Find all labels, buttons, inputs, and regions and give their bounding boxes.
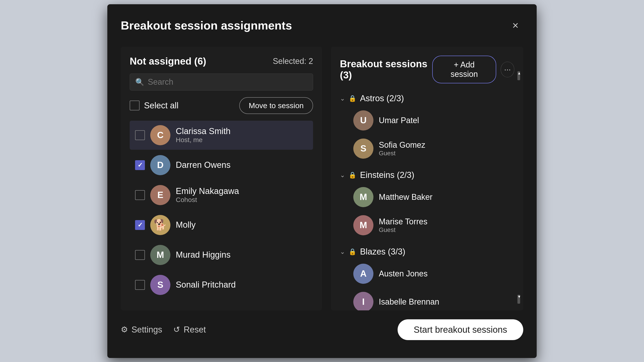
person-info: Sonali Pritchard [176, 280, 236, 290]
chevron-down-icon: ⌄ [340, 171, 345, 179]
session-header-astros[interactable]: ⌄ 🔒 Astros (2/3) [340, 90, 514, 107]
list-item[interactable]: E Emily Nakagawa Cohost [130, 181, 313, 210]
sessions-list: ⌄ 🔒 Astros (2/3) U Umar Patel [331, 90, 523, 310]
list-item[interactable]: U Umar Patel [349, 107, 514, 134]
add-session-button[interactable]: + Add session [432, 56, 496, 83]
person-name: Darren Owens [176, 160, 230, 170]
person-role: Cohost [176, 196, 239, 204]
list-item[interactable]: S Sofia Gomez Guest [349, 135, 514, 162]
person-info: Emily Nakagawa Cohost [176, 186, 239, 204]
reset-button[interactable]: ↺ Reset [173, 325, 206, 335]
search-input[interactable] [148, 77, 308, 87]
close-button[interactable]: × [508, 18, 523, 33]
person-checkbox-murad[interactable] [135, 250, 145, 260]
person-info: Matthew Baker [379, 192, 432, 202]
left-panel-header: Not assigned (6) Selected: 2 [130, 56, 313, 67]
person-name: Marise Torres [379, 217, 427, 226]
person-name: Austen Jones [379, 269, 428, 278]
select-all-left: Select all [130, 100, 178, 110]
select-all-label: Select all [144, 101, 178, 110]
modal-backdrop: Breakout session assignments × Not assig… [107, 0, 537, 362]
lock-icon: 🔒 [348, 171, 356, 179]
list-item[interactable]: M Murad Higgins [130, 240, 313, 270]
person-info: Darren Owens [176, 160, 230, 170]
person-checkbox-emily[interactable] [135, 190, 145, 200]
modal-header: Breakout session assignments × [121, 18, 523, 33]
person-name: Sonali Pritchard [176, 280, 236, 290]
person-info: Molly [176, 220, 196, 230]
footer-left: ⚙ Settings ↺ Reset [121, 325, 206, 335]
person-checkbox-darren[interactable] [135, 160, 145, 170]
person-info: Sofia Gomez Guest [379, 140, 425, 157]
person-name: Emily Nakagawa [176, 186, 239, 196]
person-info: Murad Higgins [176, 250, 230, 260]
list-item[interactable]: I Isabelle Brennan [349, 288, 514, 310]
person-checkbox-molly[interactable] [135, 220, 145, 230]
select-all-checkbox[interactable] [130, 100, 140, 110]
list-item[interactable]: S Sonali Pritchard [130, 270, 313, 300]
person-list: C Clarissa Smith Host, me D Darren Owens [130, 121, 313, 302]
list-item[interactable]: M Marise Torres Guest [349, 212, 514, 239]
person-name: Molly [176, 220, 196, 230]
avatar: M [353, 215, 374, 235]
start-breakout-sessions-button[interactable]: Start breakout sessions [398, 319, 523, 340]
person-name: Sofia Gomez [379, 140, 425, 150]
person-name: Clarissa Smith [176, 126, 230, 136]
more-options-button[interactable]: ··· [501, 62, 514, 77]
reset-label: Reset [184, 325, 206, 335]
modal-body: Not assigned (6) Selected: 2 🔍 Select al… [121, 47, 523, 310]
settings-button[interactable]: ⚙ Settings [121, 325, 162, 335]
avatar: S [353, 139, 374, 159]
not-assigned-title: Not assigned (6) [130, 56, 206, 67]
lock-icon: 🔒 [348, 248, 356, 255]
person-name: Matthew Baker [379, 192, 432, 202]
modal-footer: ⚙ Settings ↺ Reset Start breakout sessio… [121, 319, 523, 340]
session-member-list-blazes: A Austen Jones I Isabelle Brennan [340, 260, 514, 310]
session-header-einsteins[interactable]: ⌄ 🔒 Einsteins (2/3) [340, 167, 514, 183]
avatar: E [150, 185, 170, 205]
avatar: M [150, 245, 170, 265]
person-info: Umar Patel [379, 116, 419, 125]
person-info: Clarissa Smith Host, me [176, 126, 230, 144]
session-group-blazes: ⌄ 🔒 Blazes (3/3) A Austen Jones [340, 243, 514, 310]
settings-label: Settings [132, 325, 162, 335]
person-checkbox-sonali[interactable] [135, 280, 145, 290]
right-panel: Breakout sessions (3) + Add session ··· … [331, 47, 523, 310]
list-item[interactable]: C Clarissa Smith Host, me [130, 121, 313, 150]
left-panel: Not assigned (6) Selected: 2 🔍 Select al… [121, 47, 322, 310]
move-to-session-button[interactable]: Move to session [239, 97, 313, 114]
list-item[interactable]: M Matthew Baker [349, 183, 514, 211]
avatar: A [353, 264, 374, 284]
search-icon: 🔍 [135, 78, 144, 86]
person-role: Host, me [176, 136, 230, 144]
modal-title: Breakout session assignments [121, 19, 292, 32]
avatar: C [150, 125, 170, 145]
person-role: Guest [379, 150, 425, 157]
person-info: Isabelle Brennan [379, 297, 439, 307]
avatar: M [353, 187, 374, 207]
session-header-blazes[interactable]: ⌄ 🔒 Blazes (3/3) [340, 243, 514, 260]
avatar: S [150, 275, 170, 295]
session-name-astros: Astros (2/3) [360, 94, 404, 103]
select-all-row: Select all Move to session [130, 97, 313, 114]
avatar: I [353, 292, 374, 310]
lock-icon: 🔒 [348, 95, 356, 102]
person-checkbox-clarissa[interactable] [135, 130, 145, 140]
person-name: Umar Patel [379, 116, 419, 125]
session-group-einsteins: ⌄ 🔒 Einsteins (2/3) M Matthew Baker [340, 167, 514, 239]
list-item[interactable]: A Austen Jones [349, 260, 514, 287]
list-item[interactable]: D Darren Owens [130, 151, 313, 180]
scroll-down-indicator[interactable]: ▼ [518, 295, 520, 304]
right-panel-header: Breakout sessions (3) + Add session ··· [331, 47, 523, 90]
session-member-list-einsteins: M Matthew Baker M Marise Torres Guest [340, 183, 514, 239]
avatar: D [150, 155, 170, 175]
modal: Breakout session assignments × Not assig… [107, 4, 537, 358]
avatar: 🐕 [150, 215, 170, 235]
search-box: 🔍 [130, 73, 313, 90]
scroll-up-indicator[interactable]: ▲ [518, 71, 520, 80]
list-item[interactable]: 🐕 Molly [130, 211, 313, 240]
person-name: Isabelle Brennan [379, 297, 439, 307]
selected-count: Selected: 2 [273, 56, 313, 66]
sessions-title: Breakout sessions (3) [340, 58, 432, 81]
gear-icon: ⚙ [121, 325, 128, 334]
